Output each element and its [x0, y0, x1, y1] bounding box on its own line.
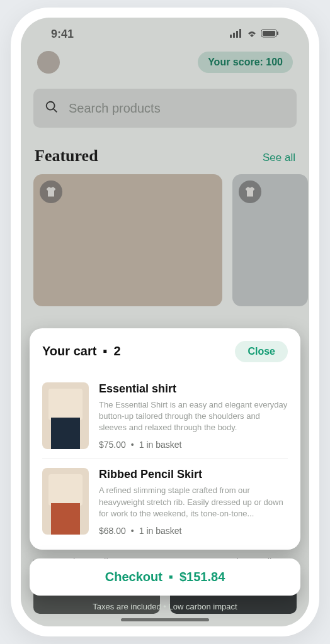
cart-count: 2: [113, 344, 120, 358]
cart-item-body: Essential shirt The Essential Shirt is a…: [99, 382, 288, 450]
featured-header: Featured See all: [35, 147, 295, 165]
see-all-link[interactable]: See all: [263, 152, 295, 164]
svg-rect-6: [277, 31, 278, 35]
cart-title: Your cart ▪ 2: [42, 344, 121, 358]
svg-rect-5: [263, 31, 275, 36]
item-desc: A refined slimming staple crafted from o…: [99, 485, 288, 519]
cart-item-body: Ribbed Pencil Skirt A refined slimming s…: [99, 468, 288, 536]
featured-row[interactable]: [33, 174, 297, 306]
item-name: Ribbed Pencil Skirt: [99, 468, 288, 481]
top-bar: Your score: 100: [33, 45, 297, 80]
search-placeholder: Search products: [69, 101, 161, 116]
cart-item[interactable]: Ribbed Pencil Skirt A refined slimming s…: [42, 458, 288, 545]
item-qty: 1 in basket: [139, 440, 182, 450]
cart-header: Your cart ▪ 2 Close: [42, 341, 288, 362]
cart-modal: Your cart ▪ 2 Close Essential shirt The …: [30, 328, 300, 550]
home-indicator[interactable]: [121, 618, 209, 621]
item-desc: The Essential Shirt is an easy and elega…: [99, 399, 288, 434]
wifi-icon: [246, 28, 258, 41]
score-badge[interactable]: Your score: 100: [198, 52, 293, 73]
svg-rect-0: [230, 35, 232, 38]
cart-item[interactable]: Essential shirt The Essential Shirt is a…: [42, 374, 288, 459]
featured-card[interactable]: [232, 174, 308, 306]
apparel-icon: [40, 180, 62, 203]
search-icon: [45, 100, 59, 116]
product-thumb: [42, 382, 89, 449]
svg-rect-2: [236, 31, 238, 38]
status-icons: [230, 28, 279, 41]
checkout-label: Checkout: [105, 570, 162, 584]
featured-card[interactable]: [33, 174, 222, 306]
product-thumb: [42, 468, 89, 535]
item-meta: $68.00 • 1 in basket: [99, 526, 288, 536]
dot-separator: •: [131, 440, 134, 450]
dot-separator: ▪: [169, 570, 173, 584]
svg-rect-3: [239, 29, 241, 38]
apparel-icon: [239, 180, 261, 203]
item-name: Essential shirt: [99, 382, 288, 396]
checkout-total: $151.84: [179, 570, 225, 584]
dot-separator: •: [131, 526, 134, 536]
featured-title: Featured: [35, 147, 98, 165]
search-bar[interactable]: Search products: [33, 89, 297, 128]
item-meta: $75.00 • 1 in basket: [99, 440, 288, 450]
item-qty: 1 in basket: [139, 526, 182, 536]
item-price: $68.00: [99, 526, 126, 536]
dot-separator: ▪: [103, 344, 107, 358]
cart-title-label: Your cart: [42, 344, 96, 358]
phone-frame: 9:41 Your score: 100: [11, 8, 319, 636]
svg-rect-1: [233, 33, 235, 38]
status-bar: 9:41: [33, 18, 297, 45]
signal-icon: [230, 28, 242, 41]
item-price: $75.00: [99, 440, 126, 450]
avatar[interactable]: [37, 51, 60, 74]
checkout-button[interactable]: Checkout ▪ $151.84: [30, 558, 300, 596]
screen: 9:41 Your score: 100: [21, 18, 309, 626]
close-button[interactable]: Close: [235, 341, 288, 362]
status-time: 9:41: [51, 28, 74, 41]
battery-icon: [261, 28, 279, 41]
